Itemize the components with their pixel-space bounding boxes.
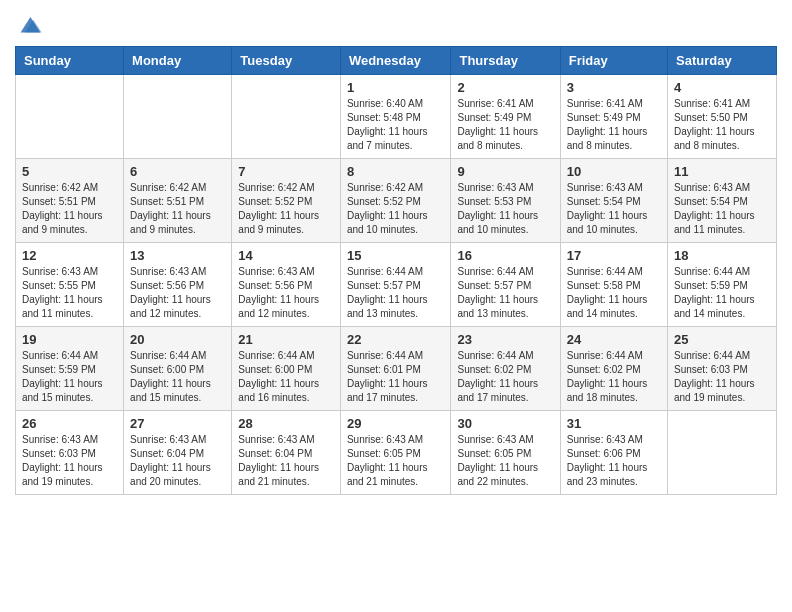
cell-content: Sunrise: 6:41 AM Sunset: 5:49 PM Dayligh… [567, 97, 661, 153]
day-number: 21 [238, 332, 334, 347]
column-header-tuesday: Tuesday [232, 47, 341, 75]
calendar-cell: 29Sunrise: 6:43 AM Sunset: 6:05 PM Dayli… [340, 411, 451, 495]
cell-content: Sunrise: 6:43 AM Sunset: 5:55 PM Dayligh… [22, 265, 117, 321]
cell-content: Sunrise: 6:44 AM Sunset: 5:57 PM Dayligh… [347, 265, 445, 321]
calendar-cell: 21Sunrise: 6:44 AM Sunset: 6:00 PM Dayli… [232, 327, 341, 411]
cell-content: Sunrise: 6:44 AM Sunset: 5:59 PM Dayligh… [22, 349, 117, 405]
calendar-cell: 14Sunrise: 6:43 AM Sunset: 5:56 PM Dayli… [232, 243, 341, 327]
cell-content: Sunrise: 6:44 AM Sunset: 5:59 PM Dayligh… [674, 265, 770, 321]
day-number: 18 [674, 248, 770, 263]
calendar-cell: 7Sunrise: 6:42 AM Sunset: 5:52 PM Daylig… [232, 159, 341, 243]
cell-content: Sunrise: 6:42 AM Sunset: 5:51 PM Dayligh… [130, 181, 225, 237]
column-header-sunday: Sunday [16, 47, 124, 75]
calendar-cell [124, 75, 232, 159]
cell-content: Sunrise: 6:43 AM Sunset: 5:56 PM Dayligh… [238, 265, 334, 321]
day-number: 14 [238, 248, 334, 263]
day-number: 13 [130, 248, 225, 263]
day-number: 6 [130, 164, 225, 179]
cell-content: Sunrise: 6:43 AM Sunset: 6:04 PM Dayligh… [238, 433, 334, 489]
day-number: 11 [674, 164, 770, 179]
cell-content: Sunrise: 6:43 AM Sunset: 6:06 PM Dayligh… [567, 433, 661, 489]
day-number: 22 [347, 332, 445, 347]
logo-icon [15, 10, 43, 38]
calendar-cell: 10Sunrise: 6:43 AM Sunset: 5:54 PM Dayli… [560, 159, 667, 243]
calendar-cell: 20Sunrise: 6:44 AM Sunset: 6:00 PM Dayli… [124, 327, 232, 411]
day-number: 24 [567, 332, 661, 347]
cell-content: Sunrise: 6:40 AM Sunset: 5:48 PM Dayligh… [347, 97, 445, 153]
cell-content: Sunrise: 6:44 AM Sunset: 6:00 PM Dayligh… [130, 349, 225, 405]
calendar-cell: 16Sunrise: 6:44 AM Sunset: 5:57 PM Dayli… [451, 243, 560, 327]
day-number: 20 [130, 332, 225, 347]
day-number: 17 [567, 248, 661, 263]
day-number: 31 [567, 416, 661, 431]
calendar-cell: 23Sunrise: 6:44 AM Sunset: 6:02 PM Dayli… [451, 327, 560, 411]
calendar-cell: 2Sunrise: 6:41 AM Sunset: 5:49 PM Daylig… [451, 75, 560, 159]
day-number: 26 [22, 416, 117, 431]
calendar-cell: 28Sunrise: 6:43 AM Sunset: 6:04 PM Dayli… [232, 411, 341, 495]
cell-content: Sunrise: 6:44 AM Sunset: 6:00 PM Dayligh… [238, 349, 334, 405]
cell-content: Sunrise: 6:42 AM Sunset: 5:52 PM Dayligh… [347, 181, 445, 237]
calendar-cell: 31Sunrise: 6:43 AM Sunset: 6:06 PM Dayli… [560, 411, 667, 495]
calendar-cell: 30Sunrise: 6:43 AM Sunset: 6:05 PM Dayli… [451, 411, 560, 495]
day-number: 19 [22, 332, 117, 347]
cell-content: Sunrise: 6:44 AM Sunset: 5:58 PM Dayligh… [567, 265, 661, 321]
day-number: 16 [457, 248, 553, 263]
calendar-cell: 6Sunrise: 6:42 AM Sunset: 5:51 PM Daylig… [124, 159, 232, 243]
day-number: 2 [457, 80, 553, 95]
calendar-week-row: 19Sunrise: 6:44 AM Sunset: 5:59 PM Dayli… [16, 327, 777, 411]
calendar-cell: 15Sunrise: 6:44 AM Sunset: 5:57 PM Dayli… [340, 243, 451, 327]
calendar-cell: 24Sunrise: 6:44 AM Sunset: 6:02 PM Dayli… [560, 327, 667, 411]
day-number: 10 [567, 164, 661, 179]
calendar-cell [16, 75, 124, 159]
calendar-header-row: SundayMondayTuesdayWednesdayThursdayFrid… [16, 47, 777, 75]
cell-content: Sunrise: 6:44 AM Sunset: 6:03 PM Dayligh… [674, 349, 770, 405]
column-header-thursday: Thursday [451, 47, 560, 75]
cell-content: Sunrise: 6:43 AM Sunset: 6:03 PM Dayligh… [22, 433, 117, 489]
calendar-week-row: 1Sunrise: 6:40 AM Sunset: 5:48 PM Daylig… [16, 75, 777, 159]
calendar-cell [668, 411, 777, 495]
day-number: 30 [457, 416, 553, 431]
calendar-cell: 26Sunrise: 6:43 AM Sunset: 6:03 PM Dayli… [16, 411, 124, 495]
page-header [15, 10, 777, 38]
calendar-cell: 5Sunrise: 6:42 AM Sunset: 5:51 PM Daylig… [16, 159, 124, 243]
column-header-friday: Friday [560, 47, 667, 75]
calendar-week-row: 5Sunrise: 6:42 AM Sunset: 5:51 PM Daylig… [16, 159, 777, 243]
day-number: 15 [347, 248, 445, 263]
cell-content: Sunrise: 6:44 AM Sunset: 5:57 PM Dayligh… [457, 265, 553, 321]
calendar-cell: 11Sunrise: 6:43 AM Sunset: 5:54 PM Dayli… [668, 159, 777, 243]
calendar-cell: 9Sunrise: 6:43 AM Sunset: 5:53 PM Daylig… [451, 159, 560, 243]
calendar-cell: 13Sunrise: 6:43 AM Sunset: 5:56 PM Dayli… [124, 243, 232, 327]
calendar-week-row: 12Sunrise: 6:43 AM Sunset: 5:55 PM Dayli… [16, 243, 777, 327]
cell-content: Sunrise: 6:43 AM Sunset: 6:05 PM Dayligh… [457, 433, 553, 489]
cell-content: Sunrise: 6:42 AM Sunset: 5:51 PM Dayligh… [22, 181, 117, 237]
cell-content: Sunrise: 6:43 AM Sunset: 6:05 PM Dayligh… [347, 433, 445, 489]
calendar-cell: 19Sunrise: 6:44 AM Sunset: 5:59 PM Dayli… [16, 327, 124, 411]
cell-content: Sunrise: 6:43 AM Sunset: 5:54 PM Dayligh… [567, 181, 661, 237]
calendar-cell: 4Sunrise: 6:41 AM Sunset: 5:50 PM Daylig… [668, 75, 777, 159]
day-number: 4 [674, 80, 770, 95]
cell-content: Sunrise: 6:44 AM Sunset: 6:02 PM Dayligh… [457, 349, 553, 405]
calendar-cell: 18Sunrise: 6:44 AM Sunset: 5:59 PM Dayli… [668, 243, 777, 327]
calendar-cell: 27Sunrise: 6:43 AM Sunset: 6:04 PM Dayli… [124, 411, 232, 495]
cell-content: Sunrise: 6:44 AM Sunset: 6:02 PM Dayligh… [567, 349, 661, 405]
cell-content: Sunrise: 6:41 AM Sunset: 5:50 PM Dayligh… [674, 97, 770, 153]
calendar-cell: 22Sunrise: 6:44 AM Sunset: 6:01 PM Dayli… [340, 327, 451, 411]
calendar-cell: 3Sunrise: 6:41 AM Sunset: 5:49 PM Daylig… [560, 75, 667, 159]
calendar-cell [232, 75, 341, 159]
cell-content: Sunrise: 6:43 AM Sunset: 5:56 PM Dayligh… [130, 265, 225, 321]
day-number: 12 [22, 248, 117, 263]
calendar-cell: 12Sunrise: 6:43 AM Sunset: 5:55 PM Dayli… [16, 243, 124, 327]
day-number: 1 [347, 80, 445, 95]
day-number: 7 [238, 164, 334, 179]
calendar-week-row: 26Sunrise: 6:43 AM Sunset: 6:03 PM Dayli… [16, 411, 777, 495]
cell-content: Sunrise: 6:43 AM Sunset: 5:53 PM Dayligh… [457, 181, 553, 237]
day-number: 3 [567, 80, 661, 95]
day-number: 5 [22, 164, 117, 179]
calendar-cell: 1Sunrise: 6:40 AM Sunset: 5:48 PM Daylig… [340, 75, 451, 159]
day-number: 29 [347, 416, 445, 431]
column-header-wednesday: Wednesday [340, 47, 451, 75]
day-number: 8 [347, 164, 445, 179]
cell-content: Sunrise: 6:41 AM Sunset: 5:49 PM Dayligh… [457, 97, 553, 153]
day-number: 28 [238, 416, 334, 431]
day-number: 27 [130, 416, 225, 431]
